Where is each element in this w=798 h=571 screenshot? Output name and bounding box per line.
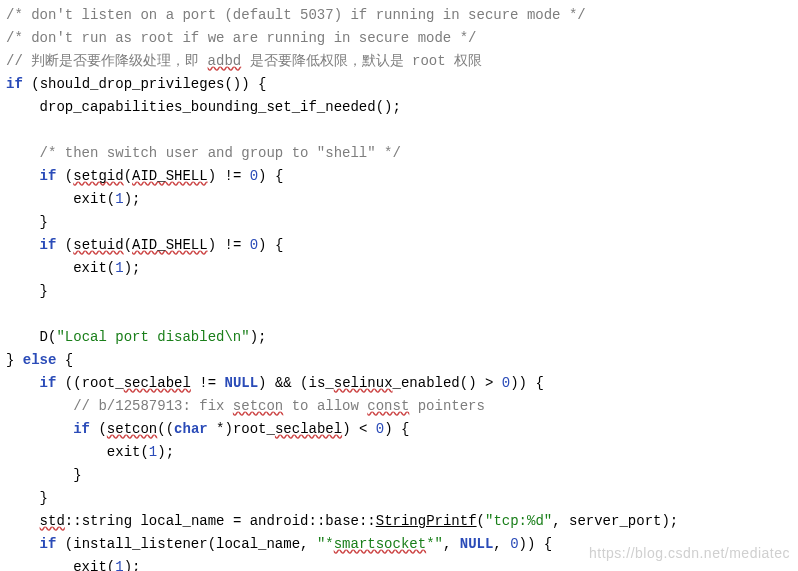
comment-line: // 判断是否要作降级处理，即 adbd 是否要降低权限，默认是 root 权限 xyxy=(6,53,482,69)
comment-line: /* then switch user and group to "shell"… xyxy=(40,145,401,161)
comment-line: /* don't run as root if we are running i… xyxy=(6,30,476,46)
keyword-if: if xyxy=(6,76,23,92)
comment-line: /* don't listen on a port (default 5037)… xyxy=(6,7,586,23)
comment-line: // b/12587913: fix setcon to allow const… xyxy=(73,398,485,414)
keyword-else: else xyxy=(23,352,57,368)
code-block: /* don't listen on a port (default 5037)… xyxy=(0,0,798,571)
